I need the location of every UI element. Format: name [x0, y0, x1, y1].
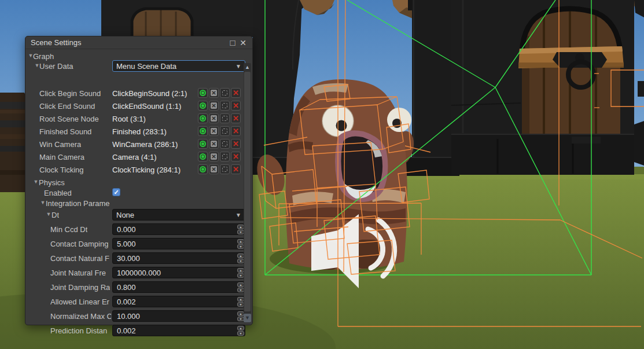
scroll-down-icon[interactable]: ▼	[244, 314, 251, 322]
asset-row-label: Click End Sound	[39, 102, 95, 111]
asset-row: Click End SoundClickEndSound (1:1)✕✕	[25, 100, 244, 113]
spinner-down-icon[interactable]: ▼	[237, 331, 244, 336]
ping-button[interactable]	[198, 101, 208, 111]
tree-node-user-data[interactable]: ▼ User Data Menu Scene Data ▼	[25, 60, 244, 75]
clear-button[interactable]: ✕	[231, 113, 241, 123]
clear-button[interactable]: ✕	[231, 88, 241, 98]
red-x-icon: ✕	[233, 166, 239, 173]
select-button[interactable]	[220, 139, 230, 149]
dashed-square-icon	[222, 128, 227, 134]
ping-button[interactable]	[198, 152, 208, 161]
number-input[interactable]	[113, 253, 235, 263]
picker-x-icon: ✕	[211, 102, 217, 109]
select-button[interactable]	[220, 126, 230, 136]
number-field: ▲▼	[112, 238, 245, 249]
asset-row: Root Scene NodeRoot (3:1)✕✕	[25, 113, 244, 126]
picker-button[interactable]: ✕	[209, 152, 219, 161]
select-button[interactable]	[220, 164, 230, 174]
panel-titlebar[interactable]: Scene Settings □ ✕	[25, 36, 252, 49]
asset-row-value: Root (3:1)	[112, 115, 146, 123]
picker-button[interactable]: ✕	[209, 88, 219, 98]
select-button[interactable]	[220, 101, 230, 111]
select-button[interactable]	[220, 113, 230, 123]
scroll-up-icon[interactable]: ▲	[244, 64, 251, 71]
expander-icon[interactable]: ▼	[46, 211, 51, 217]
asset-row-value: Finished (283:1)	[112, 127, 167, 136]
number-field-row: Min Ccd Dt▲▼	[25, 223, 244, 238]
green-dot-icon	[200, 90, 206, 96]
select-button[interactable]	[220, 152, 230, 161]
dt-selected: None	[116, 211, 134, 219]
number-field-row: Allowed Linear Er▲▼	[25, 296, 244, 310]
user-data-dropdown[interactable]: Menu Scene Data ▼	[112, 60, 245, 72]
number-input[interactable]	[113, 325, 235, 336]
clear-button[interactable]: ✕	[231, 152, 241, 161]
number-field: ▲▼	[112, 296, 245, 307]
green-dot-icon	[200, 141, 206, 147]
picker-x-icon: ✕	[211, 141, 217, 147]
field-label: Joint Natural Fre	[50, 269, 106, 277]
number-field-row: Normalized Max C▲▼	[25, 310, 244, 325]
picker-button[interactable]: ✕	[209, 164, 219, 174]
number-input[interactable]	[113, 267, 235, 278]
asset-row-label: Finished Sound	[39, 127, 91, 136]
clear-button[interactable]: ✕	[231, 101, 241, 111]
right-tower	[451, 0, 634, 175]
close-icon[interactable]: ✕	[238, 38, 248, 48]
red-x-icon: ✕	[233, 127, 239, 135]
picker-button[interactable]: ✕	[209, 101, 219, 111]
dashed-square-icon	[222, 167, 227, 172]
asset-row-label: Clock Ticking	[39, 166, 84, 174]
clear-button[interactable]: ✕	[231, 126, 241, 136]
number-field: ▲▼	[112, 281, 245, 293]
red-x-icon: ✕	[233, 102, 239, 109]
dt-label: Dt	[51, 211, 59, 219]
maximize-icon[interactable]: □	[227, 38, 238, 48]
red-x-icon: ✕	[233, 140, 239, 148]
picker-button[interactable]: ✕	[209, 139, 219, 149]
expander-icon[interactable]: ▼	[33, 179, 39, 185]
tree-node-dt[interactable]: ▼ Dt None ▼	[25, 209, 244, 223]
asset-row-value: Camera (4:1)	[112, 153, 157, 161]
number-input[interactable]	[113, 224, 235, 234]
number-field-row: Joint Damping Ra▲▼	[25, 281, 244, 296]
asset-row-value: ClickBeginSound (2:1)	[112, 89, 187, 98]
scrollbar[interactable]: ▲ ▼	[244, 63, 251, 323]
dt-dropdown[interactable]: None ▼	[112, 209, 245, 221]
number-input[interactable]	[113, 282, 235, 292]
number-field-row: Joint Natural Fre▲▼	[25, 267, 244, 281]
asset-row-label: Win Camera	[39, 140, 81, 149]
picker-button[interactable]: ✕	[209, 126, 219, 136]
chevron-down-icon: ▼	[235, 63, 241, 69]
number-input[interactable]	[113, 238, 235, 249]
select-button[interactable]	[220, 88, 230, 98]
picker-x-icon: ✕	[211, 166, 217, 172]
number-input[interactable]	[113, 311, 235, 321]
clear-button[interactable]: ✕	[231, 164, 241, 174]
field-label: Normalized Max C	[50, 312, 111, 321]
ping-button[interactable]	[198, 126, 208, 136]
tree-node-integration-parameters[interactable]: ▼ Integration Parame	[25, 197, 244, 210]
enabled-label: Enabled	[44, 189, 72, 197]
ping-button[interactable]	[198, 88, 208, 98]
green-dot-icon	[200, 153, 206, 160]
asset-row-value: ClockTicking (284:1)	[112, 166, 181, 174]
number-field: ▲▼	[112, 267, 245, 278]
clear-button[interactable]: ✕	[231, 139, 241, 149]
field-label: Contact Natural F	[50, 254, 109, 263]
asset-row: Click Begin SoundClickBeginSound (2:1)✕✕	[25, 87, 244, 100]
graph-label: Graph	[33, 52, 54, 61]
ping-button[interactable]	[198, 139, 208, 149]
enabled-checkbox[interactable]: ✓	[112, 188, 120, 196]
spinner-up-icon[interactable]: ▲	[237, 326, 244, 330]
number-input[interactable]	[113, 296, 235, 307]
expander-icon[interactable]: ▼	[40, 200, 46, 205]
asset-row: Win CameraWinCamera (286:1)✕✕	[25, 138, 244, 151]
user-data-label: User Data	[39, 62, 73, 71]
asset-row-label: Root Scene Node	[39, 115, 99, 123]
ping-button[interactable]	[198, 113, 208, 123]
ping-button[interactable]	[198, 164, 208, 174]
picker-button[interactable]: ✕	[209, 113, 219, 123]
red-x-icon: ✕	[233, 115, 239, 122]
scrollbar-thumb[interactable]	[244, 72, 251, 311]
